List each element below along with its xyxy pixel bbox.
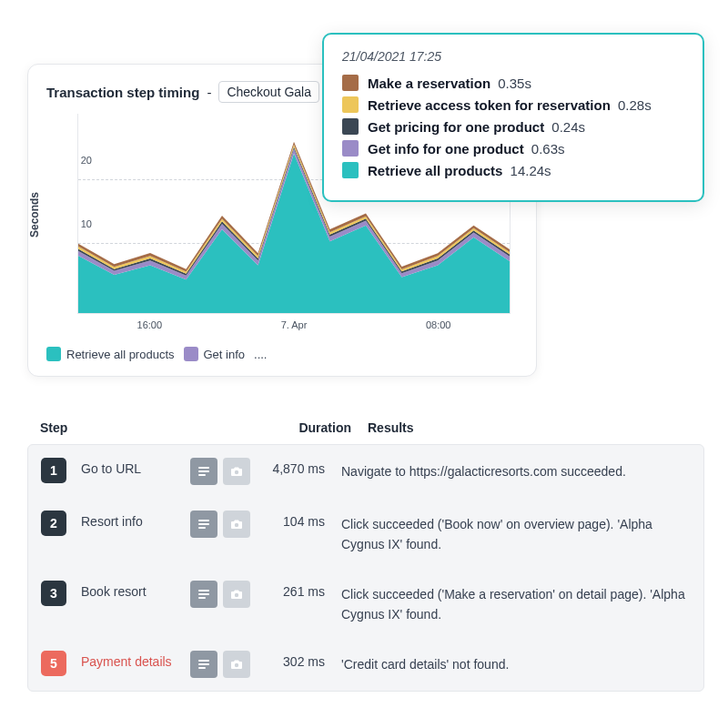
tooltip-value: 0.63s	[528, 141, 565, 157]
step-number-badge: 5	[41, 651, 66, 676]
legend-swatch	[46, 347, 61, 361]
table-row: 3Book resort261 msClick succeeded ('Make…	[28, 568, 703, 638]
svg-rect-10	[198, 597, 206, 599]
step-number-badge: 2	[41, 511, 66, 536]
svg-rect-5	[198, 523, 209, 525]
tooltip-value: 0.35s	[494, 76, 531, 91]
step-duration: 261 ms	[250, 581, 341, 599]
tooltip-label: Get pricing for one product	[368, 119, 544, 135]
step-actions	[190, 581, 250, 608]
x-tick: 08:00	[366, 319, 511, 330]
steps-panel: Step Duration Results 1Go to URL4,870 ms…	[27, 411, 704, 692]
camera-icon[interactable]	[223, 651, 250, 678]
tooltip-label: Get info for one product	[368, 141, 524, 157]
tooltip-value: 0.24s	[548, 119, 585, 135]
tooltip-row: Retrieve access token for reservation 0.…	[342, 96, 684, 113]
svg-rect-0	[198, 467, 209, 469]
step-name[interactable]: Book resort	[81, 581, 190, 599]
svg-point-3	[235, 470, 238, 474]
svg-rect-4	[198, 520, 209, 521]
col-duration-header: Duration	[277, 420, 368, 435]
x-tick: 16:00	[77, 319, 222, 330]
table-row: 1Go to URL4,870 msNavigate to https://ga…	[28, 445, 703, 498]
camera-icon[interactable]	[223, 458, 250, 485]
step-number-badge: 3	[41, 581, 66, 606]
table-row: 5Payment details302 ms'Credit card detai…	[28, 638, 703, 691]
tooltip-value: 0.28s	[614, 97, 652, 113]
tooltip-row: Get pricing for one product 0.24s	[342, 118, 684, 135]
tooltip-row: Get info for one product 0.63s	[342, 140, 684, 157]
svg-rect-12	[198, 660, 209, 662]
table-row: 2Resort info104 msClick succeeded ('Book…	[28, 498, 703, 568]
svg-point-11	[235, 593, 238, 597]
card-title: Transaction step timing	[46, 85, 199, 100]
tooltip-swatch	[342, 162, 359, 178]
tooltip-row: Make a reservation 0.35s	[342, 75, 684, 91]
camera-icon[interactable]	[223, 581, 250, 608]
legend-row: Retrieve all products Get info ....	[46, 347, 518, 361]
tooltip-swatch	[342, 118, 359, 135]
tooltip-label: Make a reservation	[368, 76, 490, 91]
step-name[interactable]: Resort info	[81, 511, 190, 529]
tooltip-label: Retrieve access token for reservation	[368, 97, 611, 113]
step-number-badge: 1	[41, 458, 66, 483]
svg-point-7	[235, 523, 238, 527]
chart-tooltip: 21/04/2021 17:25 Make a reservation 0.35…	[322, 33, 704, 202]
step-duration: 4,870 ms	[250, 458, 341, 476]
tooltip-label: Retrieve all products	[368, 163, 502, 178]
svg-rect-14	[198, 667, 206, 669]
log-icon[interactable]	[190, 511, 217, 538]
col-results-header: Results	[368, 420, 692, 435]
svg-rect-1	[198, 470, 209, 472]
table-header: Step Duration Results	[27, 411, 704, 444]
svg-point-15	[235, 662, 238, 666]
x-tick: 7. Apr	[222, 319, 367, 330]
tooltip-value: 14.24s	[506, 163, 551, 178]
step-result: Click succeeded ('Book now' on overview …	[341, 511, 691, 555]
tooltip-row: Retrieve all products 14.24s	[342, 162, 684, 178]
tooltip-timestamp: 21/04/2021 17:25	[342, 49, 684, 64]
legend-label: Get info	[204, 348, 246, 361]
svg-rect-8	[198, 590, 209, 592]
title-divider: -	[207, 85, 211, 100]
legend-ellipsis[interactable]: ....	[254, 348, 267, 361]
svg-rect-2	[198, 474, 206, 476]
step-name[interactable]: Go to URL	[81, 458, 190, 476]
legend-label: Retrieve all products	[66, 348, 175, 361]
x-axis-ticks: 16:00 7. Apr 08:00	[77, 319, 511, 330]
step-actions	[190, 651, 250, 678]
step-duration: 104 ms	[250, 511, 341, 529]
step-result: Click succeeded ('Make a reservation' on…	[341, 581, 691, 625]
log-icon[interactable]	[190, 458, 217, 485]
col-step-header: Step	[40, 420, 277, 435]
step-actions	[190, 511, 250, 538]
log-icon[interactable]	[190, 581, 217, 608]
tooltip-swatch	[342, 96, 359, 113]
check-dropdown[interactable]: Checkout Gala	[218, 81, 319, 103]
step-result: Navigate to https://galacticresorts.com …	[341, 458, 691, 481]
camera-icon[interactable]	[223, 511, 250, 538]
legend-item[interactable]: Retrieve all products	[46, 347, 175, 361]
svg-rect-9	[198, 593, 209, 595]
legend-item[interactable]: Get info	[184, 347, 246, 361]
tooltip-swatch	[342, 75, 359, 91]
tooltip-swatch	[342, 140, 359, 157]
step-actions	[190, 458, 250, 485]
step-result: 'Credit card details' not found.	[341, 651, 691, 674]
legend-swatch	[184, 347, 198, 361]
log-icon[interactable]	[190, 651, 217, 678]
step-duration: 302 ms	[250, 651, 341, 669]
y-axis-label: Seconds	[28, 192, 41, 238]
step-name[interactable]: Payment details	[81, 651, 190, 669]
svg-rect-13	[198, 663, 209, 665]
svg-rect-6	[198, 527, 206, 529]
